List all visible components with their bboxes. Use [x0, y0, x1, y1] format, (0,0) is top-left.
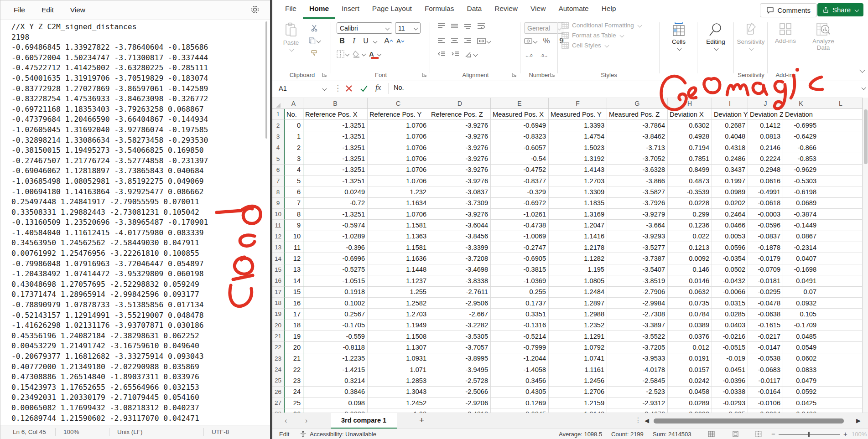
row-number[interactable]: 5 — [272, 153, 284, 164]
data-cell[interactable]: 1.1282 — [549, 253, 607, 264]
row-number[interactable]: 28 — [272, 408, 284, 413]
data-cell[interactable]: -3.6044 — [429, 220, 491, 231]
paste-button[interactable]: Paste — [276, 22, 306, 54]
data-cell[interactable]: -0.5974 — [303, 220, 368, 231]
data-cell[interactable]: 0.0289 — [668, 398, 712, 408]
data-cell[interactable]: 0.2687 — [712, 120, 748, 131]
data-cell[interactable]: -3.7309 — [429, 198, 491, 209]
decrease-font-button[interactable]: A — [395, 36, 406, 46]
row-number[interactable]: 14 — [272, 253, 284, 264]
data-cell[interactable]: 0.0053 — [712, 231, 748, 242]
data-cell[interactable]: -0.6198 — [783, 186, 819, 197]
data-cell[interactable] — [819, 387, 863, 398]
data-cell[interactable]: 1.3309 — [549, 186, 607, 197]
sensitivity-button[interactable]: Sensitivity — [736, 22, 765, 53]
data-cell[interactable]: 1.0792 — [549, 342, 607, 353]
data-cell[interactable]: 0.2224 — [748, 153, 783, 164]
column-header-D[interactable]: D — [429, 98, 491, 109]
data-cell[interactable]: -0.1316 — [491, 320, 549, 331]
data-cell[interactable]: -2.5845 — [607, 375, 668, 386]
italic-button[interactable]: I — [348, 36, 359, 46]
data-cell[interactable]: 1.2178 — [549, 242, 607, 253]
ribbon-tab-automate[interactable]: Automate — [552, 0, 595, 19]
data-cell[interactable]: 1.4143 — [549, 165, 607, 176]
align-top-icon[interactable] — [437, 23, 445, 29]
data-cell[interactable] — [819, 408, 863, 413]
data-cell[interactable]: -3.713 — [607, 142, 668, 153]
data-cell[interactable]: -1.3251 — [303, 176, 368, 186]
header-cell[interactable]: Measured Pos. Y — [549, 109, 607, 120]
data-cell[interactable]: 1.1363 — [368, 231, 429, 242]
data-cell[interactable]: -0.6905 — [491, 253, 549, 264]
data-cell[interactable] — [819, 398, 863, 408]
editing-button[interactable]: Editing — [701, 22, 730, 53]
data-cell[interactable]: 0.2567 — [303, 309, 368, 320]
data-cell[interactable]: 0.1213 — [668, 242, 712, 253]
data-cell[interactable]: 0.0466 — [712, 220, 748, 231]
underline-button[interactable]: U — [360, 36, 371, 46]
data-cell[interactable]: -3.7205 — [607, 342, 668, 353]
data-cell[interactable]: -0.0515 — [712, 342, 748, 353]
row-number[interactable]: 4 — [272, 142, 284, 153]
fill-color-button[interactable] — [353, 48, 365, 59]
data-cell[interactable]: 21 — [284, 353, 303, 364]
ribbon-tab-home[interactable]: Home — [303, 0, 335, 19]
data-cell[interactable]: 0.0157 — [668, 364, 712, 375]
notepad-menu-view[interactable]: View — [65, 4, 90, 16]
data-cell[interactable]: 0.0888 — [303, 408, 368, 413]
data-cell[interactable] — [819, 353, 863, 364]
data-cell[interactable]: 0.1918 — [303, 287, 368, 298]
data-cell[interactable]: -0.853 — [783, 153, 819, 164]
prev-sheet-button[interactable]: ‹ — [285, 417, 287, 425]
data-cell[interactable]: -0.4752 — [491, 165, 549, 176]
name-box[interactable]: A1 — [275, 83, 330, 94]
data-cell[interactable]: 0.098 — [303, 398, 368, 408]
data-cell[interactable]: -3.7208 — [429, 253, 491, 264]
data-cell[interactable]: -3.9276 — [429, 209, 491, 220]
data-cell[interactable]: 0 — [284, 120, 303, 131]
data-cell[interactable]: 0.2948 — [748, 165, 783, 176]
data-cell[interactable]: 0.6302 — [668, 120, 712, 131]
header-cell[interactable]: Deviation Z — [748, 109, 783, 120]
zoom-in-button[interactable]: + — [843, 430, 847, 438]
data-cell[interactable]: -2.9206 — [429, 398, 491, 408]
ribbon-tab-help[interactable]: Help — [595, 0, 623, 19]
data-cell[interactable]: 1.0706 — [368, 176, 429, 186]
data-cell[interactable]: -0.8118 — [303, 342, 368, 353]
notepad-menu-edit[interactable]: Edit — [36, 4, 59, 16]
data-cell[interactable]: 0.012 — [668, 342, 712, 353]
column-header-G[interactable]: G — [607, 98, 668, 109]
data-cell[interactable]: -0.3815 — [491, 264, 549, 275]
data-cell[interactable]: 0.4928 — [668, 131, 712, 142]
data-cell[interactable]: 1.2703 — [549, 176, 607, 186]
page-layout-view-icon[interactable] — [732, 431, 739, 437]
data-cell[interactable]: 0.3351 — [491, 309, 549, 320]
data-cell[interactable]: -3.4676 — [607, 408, 668, 413]
data-cell[interactable]: -3.5305 — [429, 331, 491, 342]
data-cell[interactable]: 0.0451 — [712, 364, 748, 375]
decrease-decimal-button[interactable]: .0→ — [540, 49, 551, 60]
encoding[interactable]: UTF-8 — [212, 429, 229, 435]
data-cell[interactable]: 20 — [284, 342, 303, 353]
data-cell[interactable]: 0.4318 — [712, 142, 748, 153]
data-cell[interactable]: -4.0178 — [607, 364, 668, 375]
data-cell[interactable]: 0.3437 — [712, 165, 748, 176]
data-cell[interactable]: -0.72 — [303, 198, 368, 209]
column-header-H[interactable]: H — [668, 98, 712, 109]
data-cell[interactable]: -0.2314 — [783, 242, 819, 253]
data-cell[interactable]: 1.2456 — [549, 375, 607, 386]
row-number[interactable]: 26 — [272, 387, 284, 398]
data-cell[interactable]: 1.0706 — [368, 209, 429, 220]
data-cell[interactable] — [819, 298, 863, 309]
data-cell[interactable]: -2.9312 — [607, 398, 668, 408]
data-cell[interactable]: 1.195 — [549, 264, 607, 275]
data-cell[interactable]: -0.1878 — [748, 242, 783, 253]
data-cell[interactable]: 0.2146 — [748, 142, 783, 153]
data-cell[interactable] — [819, 231, 863, 242]
column-header-E[interactable]: E — [491, 98, 549, 109]
data-cell[interactable]: -0.0181 — [748, 275, 783, 286]
data-cell[interactable]: -0.8377 — [491, 176, 549, 186]
data-cell[interactable]: -3.9279 — [607, 209, 668, 220]
align-center-icon[interactable] — [451, 38, 458, 44]
data-cell[interactable]: 26 — [284, 408, 303, 413]
